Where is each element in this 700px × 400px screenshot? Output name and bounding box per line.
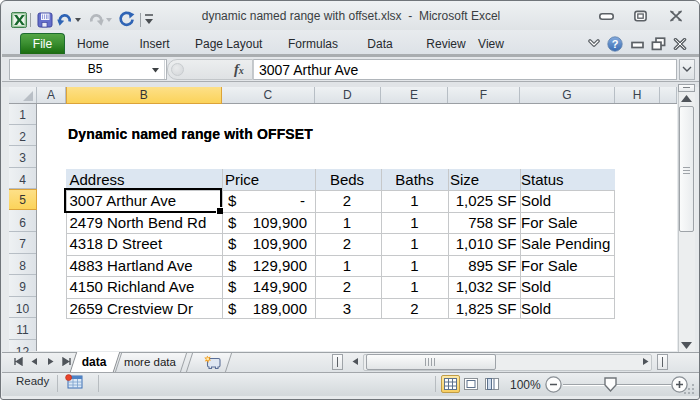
svg-text:?: ? — [612, 38, 619, 50]
